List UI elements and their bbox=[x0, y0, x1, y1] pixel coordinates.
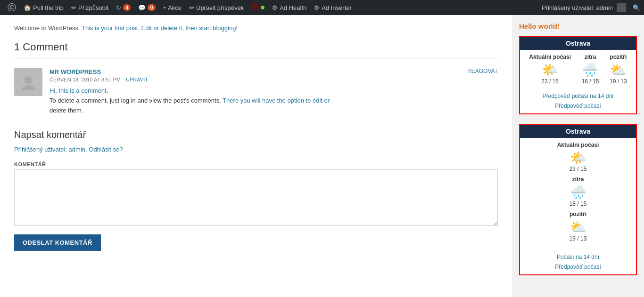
weather-widget-2-links: Počasí na 14 dní Předpověď počasí bbox=[520, 249, 636, 274]
dayafter-temp: 19 / 13 bbox=[610, 78, 627, 85]
v-current-label: Aktuální počasí bbox=[524, 142, 632, 148]
yoast-icon: Ⓨ bbox=[251, 3, 259, 13]
current-temp: 23 / 15 bbox=[529, 78, 571, 85]
weather-current-col: Aktuální počasí 🌤️ 23 / 15 bbox=[529, 54, 571, 85]
comment-link[interactable]: There you will have the option to edit o… bbox=[223, 97, 330, 104]
yoast-button[interactable]: Ⓨ bbox=[248, 0, 268, 15]
comment-field-label: KOMENTÁŘ bbox=[14, 161, 498, 167]
search-icon[interactable]: 🔍 bbox=[633, 4, 640, 11]
comment-author[interactable]: MR WORDPRESS bbox=[50, 68, 101, 75]
comment-second-line: To delete a comment, just log in and vie… bbox=[50, 97, 330, 114]
ad-inserter-label: Ad Inserter bbox=[322, 4, 352, 11]
comments-badge: 0 bbox=[148, 4, 155, 11]
v-dayafter-icon: ⛅ bbox=[524, 219, 632, 235]
tomorrow-icon: 🌧️ bbox=[582, 62, 599, 78]
leave-comment-heading: Napsat komentář bbox=[14, 129, 498, 140]
home-icon: 🏠 bbox=[24, 4, 31, 11]
logout-link[interactable]: Odhlásit se? bbox=[89, 146, 123, 153]
weather-dayafter-col: pozítří ⛅ 19 / 13 bbox=[610, 54, 627, 85]
updates-icon: ↻ bbox=[116, 4, 121, 11]
forecast-link[interactable]: Předpověď počasí bbox=[520, 101, 636, 112]
avatar-svg bbox=[20, 73, 37, 90]
edit-post-button[interactable]: ✏ Upravit příspěvek bbox=[185, 0, 248, 15]
customize-button[interactable]: ✏ Přizpůsobit bbox=[67, 0, 112, 15]
tomorrow-temp: 18 / 15 bbox=[582, 78, 599, 85]
edit-icon: ✏ bbox=[71, 4, 76, 11]
weather-v-current-col: Aktuální počasí 🌤️ 23 / 15 bbox=[524, 142, 632, 173]
logged-in-user: Přihlášený uživatel: admin bbox=[542, 4, 613, 11]
ad-inserter-icon: ⚙ bbox=[314, 4, 320, 11]
admin-bar: ⓒ 🏠 Pull the trip ✏ Přizpůsobit ↻ 4 💬 0 … bbox=[0, 0, 644, 15]
comment-body: MR WORDPRESS REAGOVAT ČERVEN 18, 2010 AT… bbox=[50, 68, 498, 115]
comment-meta: ČERVEN 18, 2010 AT 8:51 PM UPRAVIT bbox=[50, 77, 498, 82]
comment-date: ČERVEN 18, 2010 AT 8:51 PM bbox=[50, 77, 121, 82]
updates-badge: 4 bbox=[123, 4, 131, 11]
comments-button[interactable]: 💬 0 bbox=[134, 0, 159, 15]
logged-in-text: Přihlášený uživatel: admin. Odhlásit se? bbox=[14, 146, 498, 153]
welcome-link[interactable]: This is your first post. Edit or delete … bbox=[82, 24, 238, 32]
v-tomorrow-icon: 🌧️ bbox=[524, 185, 632, 201]
submit-comment-button[interactable]: ODESLAT KOMENTÁŘ bbox=[14, 234, 101, 251]
tomorrow-label: zítra bbox=[582, 54, 599, 60]
ad-health-button[interactable]: ⚙ Ad Health bbox=[268, 0, 310, 15]
dayafter-icon: ⛅ bbox=[610, 62, 627, 78]
edit-post-label: Upravit příspěvek bbox=[196, 4, 244, 11]
comment-first-line: Hi, this is a comment. bbox=[50, 87, 108, 94]
current-icon: 🌤️ bbox=[529, 62, 571, 78]
weather-widget-1: Ostrava Aktuální počasí 🌤️ 23 / 15 zítra… bbox=[519, 36, 637, 114]
v-forecast-14-link[interactable]: Počasí na 14 dní bbox=[520, 252, 636, 263]
new-label: + Akce bbox=[163, 4, 182, 11]
user-avatar-icon bbox=[617, 3, 626, 12]
updates-button[interactable]: ↻ 4 bbox=[112, 0, 134, 15]
edit-post-icon: ✏ bbox=[189, 4, 194, 11]
yoast-dot bbox=[261, 6, 264, 9]
v-dayafter-temp: 19 / 13 bbox=[524, 235, 632, 242]
site-name-button[interactable]: 🏠 Pull the trip bbox=[20, 0, 67, 15]
v-current-temp: 23 / 15 bbox=[524, 166, 632, 172]
edit-link[interactable]: UPRAVIT bbox=[126, 77, 148, 82]
svg-point-0 bbox=[25, 76, 32, 84]
welcome-text: Welcome to WordPress. This is your first… bbox=[14, 24, 498, 32]
v-tomorrow-label: zítra bbox=[524, 176, 632, 183]
dayafter-label: pozítří bbox=[610, 54, 627, 60]
v-current-icon: 🌤️ bbox=[524, 150, 632, 166]
comment-text: Hi, this is a comment. To delete a comme… bbox=[50, 86, 498, 115]
main-content: Welcome to WordPress. This is your first… bbox=[0, 15, 512, 297]
forecast-14-link[interactable]: Předpověď počasí na 14 dní bbox=[520, 91, 636, 102]
weather-widget-2-header: Ostrava bbox=[520, 125, 636, 138]
ad-inserter-button[interactable]: ⚙ Ad Inserter bbox=[310, 0, 355, 15]
weather-tomorrow-col: zítra 🌧️ 18 / 15 bbox=[582, 54, 599, 85]
avatar bbox=[14, 68, 42, 96]
weather-widget-1-links: Předpověď počasí na 14 dní Předpověď poč… bbox=[520, 88, 636, 113]
current-label: Aktuální počasí bbox=[529, 54, 571, 60]
v-tomorrow-temp: 18 / 15 bbox=[524, 201, 632, 207]
weather-v-dayafter-col: pozítří ⛅ 19 / 13 bbox=[524, 211, 632, 242]
new-content-button[interactable]: + Akce bbox=[159, 0, 185, 15]
v-forecast-link[interactable]: Předpověď počasí bbox=[520, 262, 636, 273]
customize-label: Přizpůsobit bbox=[78, 4, 108, 11]
comment-count-heading: 1 Comment bbox=[14, 41, 498, 58]
wp-logo-button[interactable]: ⓒ bbox=[4, 0, 20, 15]
sidebar-hello: Hello world! bbox=[519, 22, 637, 30]
ad-health-label: Ad Health bbox=[280, 4, 306, 11]
sidebar: Hello world! Ostrava Aktuální počasí 🌤️ … bbox=[512, 15, 644, 297]
reply-link[interactable]: REAGOVAT bbox=[467, 68, 498, 74]
comment-block: MR WORDPRESS REAGOVAT ČERVEN 18, 2010 AT… bbox=[14, 68, 498, 115]
ad-health-icon: ⚙ bbox=[272, 4, 278, 11]
svg-point-1 bbox=[22, 85, 35, 90]
comment-textarea[interactable] bbox=[14, 169, 498, 226]
weather-widget-1-header: Ostrava bbox=[520, 37, 636, 50]
weather-widget-2: Ostrava Aktuální počasí 🌤️ 23 / 15 zítra… bbox=[519, 124, 637, 275]
site-name-label: Pull the trip bbox=[33, 4, 64, 11]
weather-v-tomorrow-col: zítra 🌧️ 18 / 15 bbox=[524, 176, 632, 207]
v-dayafter-label: pozítří bbox=[524, 211, 632, 217]
comments-icon: 💬 bbox=[138, 4, 146, 11]
wp-icon: ⓒ bbox=[8, 2, 16, 13]
